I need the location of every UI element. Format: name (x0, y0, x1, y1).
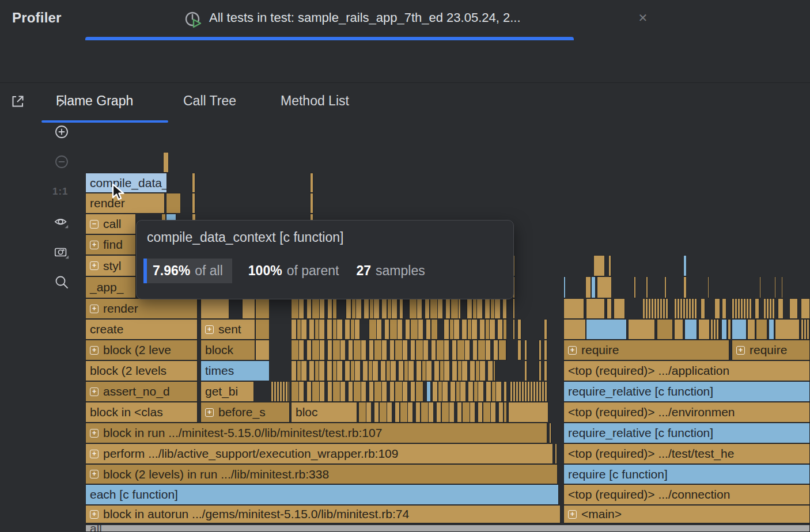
frame-bar[interactable] (778, 298, 783, 319)
frame-bar[interactable] (555, 443, 557, 464)
frame-bar[interactable] (755, 298, 759, 319)
frame-bar[interactable] (591, 276, 596, 298)
frame-bar[interactable] (163, 152, 169, 173)
frame-each-c-function-[interactable]: each [c function] (85, 484, 559, 505)
frame-render[interactable]: +render (85, 298, 198, 319)
frame-create[interactable]: create (85, 319, 198, 340)
frame-bar[interactable] (674, 298, 697, 319)
frame-assert-no-d[interactable]: +assert_no_d (85, 381, 198, 402)
frame-bar[interactable] (721, 319, 727, 340)
frame--main-[interactable]: +<main> (563, 505, 810, 523)
frame-bar[interactable] (732, 319, 747, 340)
frame-block-2-levels[interactable]: block (2 levels (85, 360, 198, 381)
frame-bar[interactable] (698, 319, 710, 340)
frame-bar[interactable] (586, 298, 605, 319)
frame-perform-lib-active-support-e[interactable]: +perform .../lib/active_support/executio… (85, 443, 553, 464)
frame-require-c-function-[interactable]: require [c function] (563, 464, 810, 484)
frame-bar[interactable] (467, 298, 507, 319)
frame-bar[interactable] (510, 381, 547, 402)
frame-bar[interactable] (775, 319, 800, 340)
frame-bar[interactable] (774, 276, 776, 298)
expand-frame-icon[interactable]: + (205, 408, 214, 417)
frame-block-2-levels-in-run-lib-mi[interactable]: +block (2 levels) in run .../lib/minites… (85, 464, 558, 484)
frame-styl[interactable]: +styl (85, 255, 136, 276)
frame-bar[interactable] (683, 276, 687, 298)
frame-bar[interactable] (517, 340, 521, 360)
frame-bar[interactable] (544, 319, 547, 340)
frame-all[interactable]: all (85, 525, 810, 532)
frame-bar[interactable] (166, 193, 181, 214)
frame-bar[interactable] (801, 319, 810, 340)
frame-bar[interactable] (358, 402, 507, 423)
frame-find[interactable]: +find (85, 234, 136, 255)
frame-bar[interactable] (585, 276, 591, 298)
frame-bar[interactable] (426, 381, 431, 402)
expand-frame-icon[interactable]: + (90, 261, 99, 270)
frame-bar[interactable] (642, 298, 668, 319)
frame-bar[interactable] (291, 319, 360, 340)
frame-bar[interactable] (291, 360, 495, 381)
frame-bar[interactable] (634, 276, 636, 298)
frame-get-bi[interactable]: get_bi (200, 381, 254, 402)
expand-frame-icon[interactable]: + (90, 346, 99, 355)
frame-bar[interactable] (539, 340, 542, 360)
frame-bar[interactable] (255, 319, 270, 340)
frame-bar[interactable] (291, 298, 337, 319)
frame-bar[interactable] (544, 340, 547, 360)
frame-bar[interactable] (759, 276, 761, 298)
expand-frame-icon[interactable]: + (90, 241, 99, 249)
frame-bar[interactable] (563, 319, 586, 340)
frame-bar[interactable] (524, 340, 527, 360)
frame-bar[interactable] (539, 360, 542, 381)
frame-bar[interactable] (789, 298, 798, 319)
frame-block-in-run-minitest-5-15-0[interactable]: +block in run .../minitest-5.15.0/lib/mi… (85, 423, 547, 443)
frame-bar[interactable] (291, 340, 507, 360)
expand-frame-icon[interactable]: + (90, 510, 99, 519)
frame-bar[interactable] (781, 276, 783, 298)
frame-block-2-leve[interactable]: +block (2 leve (85, 340, 198, 360)
frame-bar[interactable] (756, 319, 767, 340)
frame-bar[interactable] (714, 298, 720, 319)
expand-frame-icon[interactable]: + (568, 510, 577, 519)
frame-bar[interactable] (310, 173, 313, 193)
frame-bar[interactable] (586, 319, 627, 340)
frame-times[interactable]: times (200, 360, 270, 381)
frame--top-required-test-test-he[interactable]: <top (required)> .../test/test_he (563, 443, 810, 464)
frame-call[interactable]: −call (85, 214, 136, 234)
frame--app-[interactable]: _app_ (85, 276, 136, 298)
frame-bar[interactable] (684, 319, 697, 340)
frame-bar[interactable] (544, 360, 547, 381)
frame-bar[interactable] (513, 319, 515, 340)
frame-bar[interactable] (291, 381, 423, 402)
frame-bar[interactable] (444, 319, 507, 340)
frame-bar[interactable] (369, 319, 438, 340)
expand-frame-icon[interactable]: + (90, 305, 99, 313)
expand-frame-icon[interactable]: + (90, 450, 99, 458)
expand-frame-icon[interactable]: + (205, 325, 214, 334)
collapse-frame-icon[interactable]: − (90, 220, 99, 229)
frame-bar[interactable] (710, 319, 720, 340)
frame-bar[interactable] (242, 298, 255, 319)
frame-bar[interactable] (608, 255, 611, 276)
frame-bar[interactable] (346, 298, 403, 319)
expand-frame-icon[interactable]: + (90, 387, 99, 396)
frame-bar[interactable] (508, 402, 548, 423)
frame-bar[interactable] (628, 319, 655, 340)
frame-bar[interactable] (657, 319, 673, 340)
frame-bar[interactable] (513, 298, 515, 319)
frame-bar[interactable] (271, 381, 290, 402)
frame-bar[interactable] (524, 360, 527, 381)
expand-frame-icon[interactable]: + (90, 470, 99, 478)
frame-block-in-clas[interactable]: block in <clas (85, 402, 198, 423)
frame-sent[interactable]: +sent (200, 319, 255, 340)
frame-bar[interactable] (409, 298, 461, 319)
frame-block-in-autorun-gems-minite[interactable]: +block in autorun .../gems/minitest-5.15… (85, 505, 561, 523)
frame--top-required-connection[interactable]: <top (required)> .../connection (563, 484, 810, 505)
frame-require[interactable]: +require (732, 340, 810, 360)
frame-bar[interactable] (646, 276, 648, 298)
frame-bar[interactable] (310, 193, 313, 214)
frame-bar[interactable] (593, 255, 605, 276)
frame-bar[interactable] (732, 298, 752, 319)
expand-frame-icon[interactable]: + (736, 346, 745, 355)
frame-bar[interactable] (192, 173, 195, 193)
